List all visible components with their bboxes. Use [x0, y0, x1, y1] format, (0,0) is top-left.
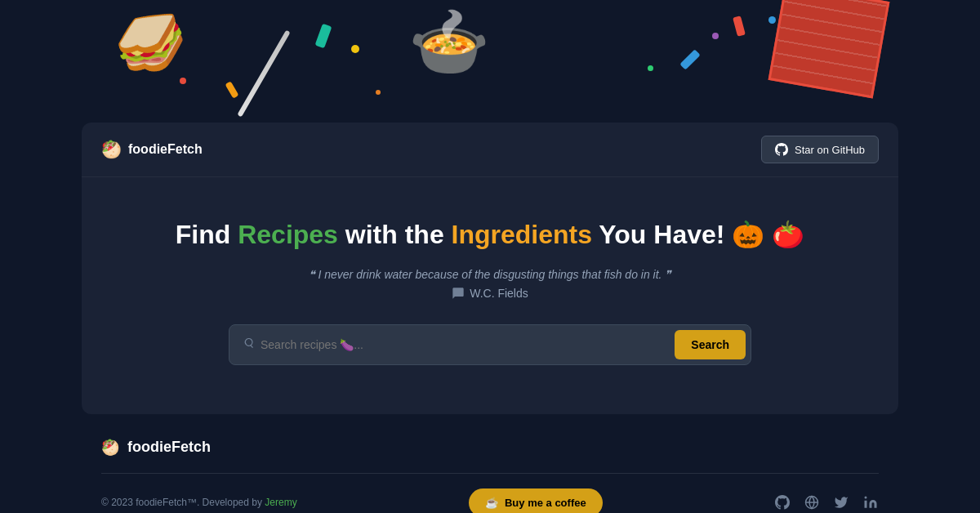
title-ingredients: Ingredients: [452, 220, 592, 249]
footer-bottom: © 2023 foodieFetch™. Developed by Jeremy…: [82, 474, 898, 513]
svg-point-1: [864, 497, 866, 499]
title-recipes: Recipes: [238, 220, 338, 249]
confetti-shape-4: [225, 81, 239, 98]
hero-decoration: 🥪 🍲: [0, 0, 980, 123]
confetti-dot-5: [376, 90, 381, 95]
confetti-shape-3: [679, 49, 700, 69]
twitter-social-icon[interactable]: [833, 494, 849, 511]
title-part2: with the: [338, 220, 452, 249]
copyright-text: © 2023 foodieFetch™. Developed by: [101, 497, 262, 508]
author-name: W.C. Fields: [470, 287, 528, 300]
confetti-dot-1: [180, 78, 186, 84]
search-icon: [243, 337, 254, 351]
brand-logo: 🥙 foodieFetch: [101, 140, 203, 159]
github-icon: [775, 143, 788, 156]
quote-block: ❝ I never drink water because of the dis…: [114, 265, 866, 300]
hero-title: Find Recipes with the Ingredients You Ha…: [114, 218, 866, 252]
sandwich-decoration: 🥪: [105, 0, 198, 88]
navbar: 🥙 foodieFetch Star on GitHub: [82, 123, 898, 177]
footer-brand-emoji: 🥙: [101, 439, 119, 457]
quote-text: ❝ I never drink water because of the dis…: [114, 265, 866, 283]
footer-copyright: © 2023 foodieFetch™. Developed by Jeremy: [101, 497, 297, 508]
footer: 🥙 foodieFetch © 2023 foodieFetch™. Devel…: [82, 414, 898, 513]
confetti-dot-3: [648, 65, 653, 71]
confetti-dot-4: [768, 16, 776, 24]
title-part1: Find: [176, 220, 238, 249]
search-button[interactable]: Search: [675, 330, 746, 359]
hero-section: Find Recipes with the Ingredients You Ha…: [82, 177, 898, 414]
search-container: Search: [229, 324, 751, 365]
brand-icon: 🥙: [101, 140, 122, 159]
confetti-dot-6: [712, 33, 719, 39]
confetti-dot-2: [351, 45, 359, 53]
footer-brand-section: 🥙 foodieFetch: [82, 414, 898, 473]
notebook-decoration: [768, 0, 890, 98]
footer-brand: 🥙 foodieFetch: [101, 439, 879, 457]
quote-author: W.C. Fields: [114, 287, 866, 300]
speech-icon: [452, 287, 465, 300]
bowl-decoration: 🍲: [408, 4, 490, 81]
buy-coffee-button[interactable]: ☕ Buy me a coffee: [469, 488, 603, 513]
footer-brand-name: foodieFetch: [127, 439, 211, 456]
globe-social-icon[interactable]: [804, 494, 820, 511]
coffee-emoji: ☕: [485, 497, 498, 509]
confetti-shape-2: [733, 16, 746, 37]
brand-name: foodieFetch: [128, 142, 203, 157]
github-btn-label: Star on GitHub: [795, 144, 865, 156]
title-part3: You Have! 🎃 🍅: [592, 220, 804, 249]
author-link[interactable]: Jeremy: [265, 497, 296, 508]
buy-coffee-label: Buy me a coffee: [505, 497, 586, 509]
footer-social: [774, 494, 879, 511]
confetti-shape-1: [315, 24, 332, 48]
main-card: 🥙 foodieFetch Star on GitHub Find Recipe…: [82, 123, 898, 414]
knife-decoration: [237, 30, 290, 118]
github-star-button[interactable]: Star on GitHub: [761, 136, 879, 163]
github-social-icon[interactable]: [774, 494, 791, 511]
search-input[interactable]: [261, 338, 675, 351]
linkedin-social-icon[interactable]: [862, 494, 879, 511]
